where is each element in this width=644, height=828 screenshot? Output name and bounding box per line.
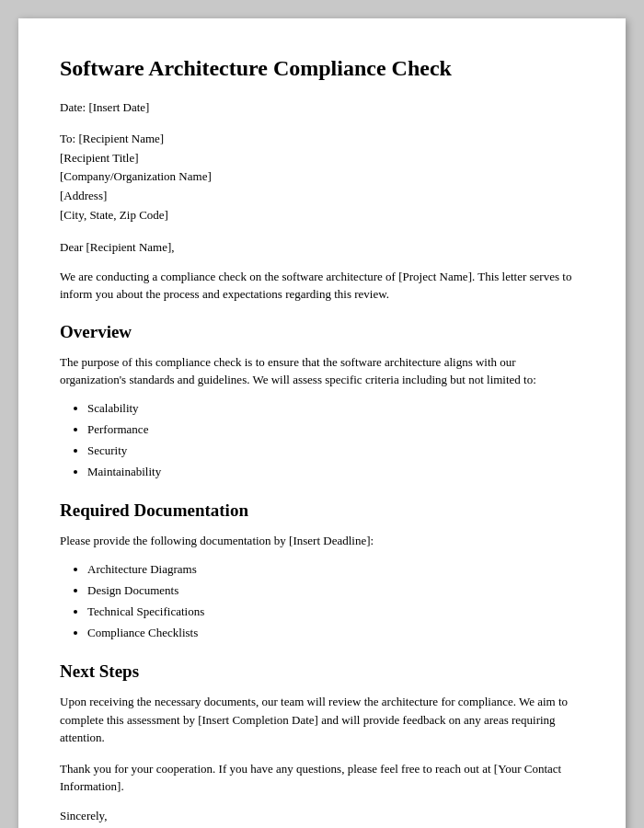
date-line: Date: [Insert Date] (60, 100, 584, 115)
address-line-5: [City, State, Zip Code] (60, 206, 584, 225)
list-item: Compliance Checklists (87, 623, 584, 643)
salutation: Dear [Recipient Name], (60, 240, 584, 255)
overview-heading: Overview (60, 322, 584, 342)
intro-paragraph: We are conducting a compliance check on … (60, 268, 584, 304)
required-docs-paragraph: Please provide the following documentati… (60, 532, 584, 550)
document-container: Software Architecture Compliance Check D… (18, 18, 626, 828)
next-steps-para-1: Upon receiving the necessary documents, … (60, 693, 584, 747)
criteria-list: Scalability Performance Security Maintai… (87, 398, 584, 482)
next-steps-para-2: Thank you for your cooperation. If you h… (60, 760, 584, 796)
list-item: Performance (87, 420, 584, 440)
address-line-4: [Address] (60, 187, 584, 206)
list-item: Maintainability (87, 462, 584, 482)
address-block: To: [Recipient Name] [Recipient Title] [… (60, 130, 584, 225)
address-line-3: [Company/Organization Name] (60, 167, 584, 187)
next-steps-section: Next Steps Upon receiving the necessary … (60, 661, 584, 796)
overview-paragraph: The purpose of this compliance check is … (60, 353, 584, 389)
list-item: Technical Specifications (87, 602, 584, 622)
required-docs-section: Required Documentation Please provide th… (60, 500, 584, 643)
list-item: Design Documents (87, 581, 584, 601)
docs-list: Architecture Diagrams Design Documents T… (87, 559, 584, 643)
required-docs-heading: Required Documentation (60, 500, 584, 521)
list-item: Architecture Diagrams (87, 559, 584, 580)
overview-section: Overview The purpose of this compliance … (60, 322, 584, 482)
address-line-2: [Recipient Title] (60, 149, 584, 168)
document-title: Software Architecture Compliance Check (60, 55, 584, 82)
closing-line: Sincerely, (60, 809, 584, 823)
list-item: Security (87, 441, 584, 461)
next-steps-heading: Next Steps (60, 661, 584, 682)
list-item: Scalability (87, 398, 584, 419)
address-line-1: To: [Recipient Name] (60, 130, 584, 149)
